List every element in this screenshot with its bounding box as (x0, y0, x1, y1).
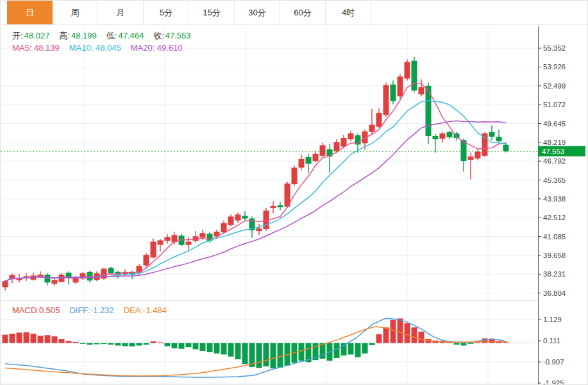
price-tick-label: 36.804 (543, 289, 566, 297)
macd-histogram-bar (362, 343, 368, 354)
macd-histogram-bar (454, 343, 460, 345)
macd-histogram-bar (475, 342, 481, 343)
macd-histogram-bar (122, 343, 128, 346)
macd-histogram-bar (115, 343, 121, 346)
candle-body (59, 275, 65, 282)
macd-histogram-bar (355, 343, 361, 357)
macd-histogram-bar (94, 343, 100, 345)
price-tick-label: 42.512 (543, 214, 566, 221)
candlestick-macd-chart[interactable]: 55.35253.92652.49951.07249.64548.21946.7… (1, 1, 588, 385)
macd-histogram-bar (87, 343, 93, 345)
candle-body (348, 133, 354, 139)
period-tab-3[interactable]: 月 (98, 1, 144, 24)
macd-histogram-bar (376, 334, 382, 343)
price-tick-label: 53.926 (543, 63, 566, 71)
macd-histogram-bar (419, 332, 424, 343)
macd-histogram-bar (256, 343, 262, 368)
price-tick-label: 39.658 (543, 252, 566, 259)
macd-histogram-bar (172, 343, 178, 348)
macd-histogram-bar (186, 343, 192, 347)
candle-body (412, 61, 417, 90)
macd-histogram-bar (137, 343, 142, 346)
candle-body (292, 167, 298, 184)
macd-histogram-bar (73, 342, 79, 343)
macd-item: MACD:0.505 (12, 305, 60, 315)
macd-histogram-bar (165, 343, 171, 346)
price-tick-label: 43.938 (543, 195, 566, 203)
ohlc-value: 47.553 (165, 31, 191, 40)
macd-histogram-bar (299, 343, 305, 361)
macd-histogram-bar (193, 343, 199, 350)
macd-histogram-bar (179, 343, 185, 349)
macd-histogram-bar (80, 343, 86, 344)
macd-histogram-bar (17, 332, 22, 343)
candle-body (489, 132, 495, 137)
macd-histogram-bar (468, 343, 474, 344)
macd-histogram-bar (200, 343, 206, 351)
period-tab-1[interactable]: 日 (7, 1, 53, 24)
ohlc-item: 收:47.553 (153, 31, 190, 40)
candle-body (496, 137, 502, 141)
candle-body (235, 214, 241, 220)
period-tab-5[interactable]: 15分 (189, 1, 235, 24)
ohlc-item: 高:48.199 (59, 31, 96, 40)
ohlc-label: 开: (12, 31, 23, 40)
candle-body (200, 233, 206, 237)
period-tab-4[interactable]: 5分 (144, 1, 189, 24)
macd-histogram-bar (271, 343, 276, 369)
macd-histogram-bar (242, 343, 248, 364)
candle-body (278, 205, 283, 207)
candle-body (228, 216, 234, 225)
macd-histogram-bar (214, 343, 220, 354)
macd-histogram-bar (38, 336, 44, 343)
candle-body (186, 242, 192, 245)
macd-histogram-bar (405, 323, 410, 343)
macd-histogram-bar (391, 320, 396, 343)
period-tab-7[interactable]: 60分 (280, 1, 326, 24)
candle-body (475, 152, 481, 158)
candle-body (405, 62, 410, 79)
macd-tick-label: -0.907 (543, 358, 564, 366)
candle-body (341, 138, 347, 146)
period-tabbar: 日周月5分15分30分60分4时 (1, 1, 587, 25)
macd-histogram-bar (130, 343, 135, 346)
candle-body (144, 255, 149, 265)
macd-item: DEA:-1.484 (124, 305, 167, 315)
candle-body (334, 142, 340, 151)
macd-histogram-bar (59, 339, 65, 343)
candle-body (151, 242, 156, 258)
macd-histogram-bar (383, 327, 389, 343)
ma-item: MA10: 48.045 (69, 43, 121, 53)
ohlc-label: 低: (106, 31, 117, 40)
candle-body (242, 216, 248, 218)
ma-legend: MA5: 48.139MA10: 48.045MA20: 49.610 (12, 43, 192, 53)
ma20-line (5, 121, 506, 281)
price-tick-label: 51.072 (543, 101, 566, 108)
candle-body (440, 133, 446, 139)
macd-histogram-bar (101, 343, 107, 345)
candle-body (108, 268, 114, 273)
candle-body (299, 159, 305, 167)
macd-histogram-bar (144, 343, 149, 345)
macd-histogram-bar (264, 343, 269, 366)
price-tick-label: 55.352 (543, 44, 566, 52)
macd-legend: MACD:0.505DIFF:-1.232DEA:-1.484 (12, 305, 176, 315)
ohlc-legend: 开:48.027高:48.199低:47.464收:47.553 (12, 30, 201, 42)
candle-body (503, 145, 509, 151)
candle-body (45, 275, 51, 282)
macd-tick-label: -1.925 (543, 379, 564, 385)
candle-body (433, 136, 439, 139)
price-tick-label: 49.645 (543, 120, 566, 128)
period-tab-6[interactable]: 30分 (235, 1, 280, 24)
candle-body (66, 273, 72, 277)
price-tick-label: 46.792 (543, 157, 566, 165)
ohlc-label: 收: (153, 31, 164, 40)
candle-body (482, 133, 488, 156)
macd-histogram-bar (398, 318, 403, 343)
ohlc-value: 48.199 (71, 31, 97, 40)
price-tick-label: 48.219 (543, 139, 566, 146)
period-tab-8[interactable]: 4时 (326, 1, 371, 24)
candle-body (256, 228, 262, 231)
period-tab-2[interactable]: 周 (53, 1, 98, 24)
price-tick-label: 38.231 (543, 270, 566, 278)
